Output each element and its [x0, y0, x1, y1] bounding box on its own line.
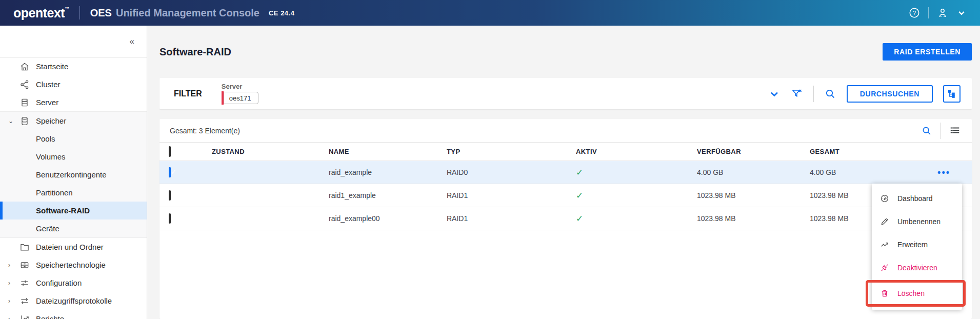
- sidebar-item-speichertechnologie[interactable]: › Speichertechnologie: [0, 256, 147, 274]
- raid-erstellen-button[interactable]: RAID ERSTELLEN: [883, 43, 972, 61]
- storage-tech-icon: [19, 260, 30, 270]
- sidebar-nav: Startseite Cluster Server ⌄ Speicher Poo…: [0, 57, 147, 319]
- column-header-zustand: ZUSTAND: [212, 148, 329, 155]
- green-check-icon: ✓: [576, 167, 697, 178]
- pencil-icon: [880, 217, 889, 226]
- row-checkbox[interactable]: [169, 213, 171, 224]
- raid-verfuegbar: 4.00 GB: [697, 168, 810, 176]
- sidebar-item-cluster[interactable]: Cluster: [0, 75, 147, 93]
- header-divider: [79, 6, 80, 19]
- product-name: OES: [90, 7, 112, 19]
- chevron-down-icon[interactable]: ⌄: [8, 117, 19, 125]
- sidebar-item-server[interactable]: Server: [0, 93, 147, 111]
- sidebar-item-dateien-und-ordner[interactable]: Dateien und Ordner: [0, 238, 147, 256]
- table-header-row: ZUSTAND NAME TYP AKTIV VERFÜGBAR GESAMT: [159, 143, 972, 161]
- row-checkbox[interactable]: [169, 167, 171, 177]
- sidebar-item-dateizugriffsprotokolle[interactable]: › Dateizugriffsprotokolle: [0, 292, 147, 310]
- main-content: Software-RAID RAID ERSTELLEN FILTER Serv…: [147, 26, 980, 319]
- server-filter-value[interactable]: oes171: [224, 92, 259, 104]
- row-context-menu: Dashboard Umbenennen Erweitern Deaktivie…: [872, 184, 962, 310]
- menu-item-deaktivieren[interactable]: Deaktivieren: [872, 256, 962, 279]
- svg-text:?: ?: [913, 10, 916, 16]
- total-count-label: Gesamt: 3 Element(e): [170, 127, 240, 135]
- server-field-label: Server: [222, 83, 259, 90]
- opentext-logo: opentext™: [13, 6, 69, 21]
- user-menu-chevron-down-icon[interactable]: [956, 8, 967, 18]
- sidebar-item-geraete[interactable]: Geräte: [0, 220, 147, 237]
- sidebar-item-startseite[interactable]: Startseite: [0, 57, 147, 75]
- green-check-icon: ✓: [576, 213, 697, 224]
- app-header: opentext™ OES Unified Management Console…: [0, 0, 980, 26]
- sidebar-item-speicher[interactable]: ⌄ Speicher: [0, 112, 147, 130]
- raid-verfuegbar: 1023.98 MB: [697, 214, 810, 223]
- server-filter-chip[interactable]: oes171: [222, 91, 259, 105]
- filter-label: FILTER: [174, 89, 202, 98]
- unplug-icon: [880, 263, 889, 272]
- green-check-icon: ✓: [576, 190, 697, 201]
- clear-filter-icon[interactable]: [791, 88, 803, 100]
- cluster-icon: [19, 79, 30, 90]
- server-filter-field: Server oes171: [222, 83, 259, 105]
- sidebar-item-volumes[interactable]: Volumes: [0, 148, 147, 166]
- sidebar-item-software-raid[interactable]: Software-RAID: [0, 202, 147, 220]
- menu-item-umbenennen[interactable]: Umbenennen: [872, 210, 962, 233]
- raid-table-card: Gesamt: 3 Element(e) ZUSTAND NAME TYP AK…: [159, 119, 972, 319]
- divider: [813, 86, 814, 102]
- durchsuchen-button[interactable]: DURCHSUCHEN: [847, 85, 933, 103]
- sidebar-item-berichte[interactable]: › Berichte: [0, 310, 147, 319]
- sidebar-item-benutzerkontingente[interactable]: Benutzerkontingente: [0, 166, 147, 184]
- chevron-right-icon[interactable]: ›: [8, 262, 19, 269]
- menu-item-dashboard[interactable]: Dashboard: [872, 187, 962, 210]
- sidebar-item-configuration[interactable]: › Configuration: [0, 274, 147, 292]
- page-title: Software-RAID: [159, 46, 231, 58]
- raid-name: raid_example: [329, 168, 447, 176]
- trash-icon: [880, 289, 889, 298]
- menu-item-erweitern[interactable]: Erweitern: [872, 233, 962, 256]
- speicher-subtree: ⌄ Speicher Pools Volumes Benutzerkonting…: [0, 111, 147, 238]
- raid-typ: RAID0: [447, 168, 576, 176]
- table-search-icon[interactable]: [921, 125, 932, 136]
- select-all-checkbox[interactable]: [169, 146, 171, 157]
- version-badge: CE 24.4: [269, 9, 294, 17]
- sidebar-item-partitionen[interactable]: Partitionen: [0, 184, 147, 202]
- divider: [941, 123, 941, 139]
- sidebar-collapse-button[interactable]: «: [130, 36, 134, 47]
- sliders-icon: [19, 278, 30, 288]
- raid-name: raid_example00: [329, 214, 447, 223]
- product-suffix: Unified Management Console: [116, 7, 259, 19]
- help-icon[interactable]: ?: [909, 7, 920, 18]
- filter-bar: FILTER Server oes171 DURCHSUCHEN: [159, 78, 972, 109]
- swap-arrows-icon: [19, 296, 30, 306]
- raid-verfuegbar: 1023.98 MB: [697, 191, 810, 200]
- row-actions-menu-icon[interactable]: •••: [909, 167, 972, 178]
- column-header-aktiv: AKTIV: [576, 148, 697, 155]
- tree-view-button[interactable]: [943, 85, 961, 103]
- filter-collapse-chevron-down-icon[interactable]: [768, 88, 781, 100]
- sidebar-item-pools[interactable]: Pools: [0, 130, 147, 148]
- raid-gesamt: 4.00 GB: [810, 168, 909, 176]
- report-chart-icon: [19, 314, 30, 319]
- dashboard-gauge-icon: [880, 194, 889, 203]
- list-view-icon[interactable]: [949, 125, 961, 136]
- header-divider: [928, 7, 929, 18]
- sidebar: « Startseite Cluster Server ⌄ Speicher P…: [0, 26, 147, 319]
- storage-icon: [19, 116, 30, 126]
- chevron-right-icon[interactable]: ›: [8, 315, 19, 319]
- table-row[interactable]: raid_example00 RAID1 ✓ 1023.98 MB 1023.9…: [159, 207, 972, 230]
- chevron-right-icon[interactable]: ›: [8, 280, 19, 287]
- column-header-gesamt: GESAMT: [810, 148, 909, 155]
- user-icon[interactable]: [937, 7, 948, 18]
- table-row[interactable]: raid_example RAID0 ✓ 4.00 GB 4.00 GB •••: [159, 161, 972, 184]
- menu-item-loeschen[interactable]: Löschen: [866, 280, 966, 307]
- column-header-verfuegbar: VERFÜGBAR: [697, 148, 810, 155]
- filter-search-icon[interactable]: [824, 88, 836, 100]
- row-checkbox[interactable]: [169, 190, 171, 201]
- raid-typ: RAID1: [447, 214, 576, 223]
- chevron-right-icon[interactable]: ›: [8, 297, 19, 305]
- trending-up-icon: [880, 240, 889, 249]
- home-icon: [19, 62, 30, 72]
- column-header-typ: TYP: [447, 148, 576, 155]
- table-row[interactable]: raid1_example RAID1 ✓ 1023.98 MB 1023.98…: [159, 184, 972, 207]
- server-icon: [19, 97, 30, 108]
- raid-typ: RAID1: [447, 191, 576, 200]
